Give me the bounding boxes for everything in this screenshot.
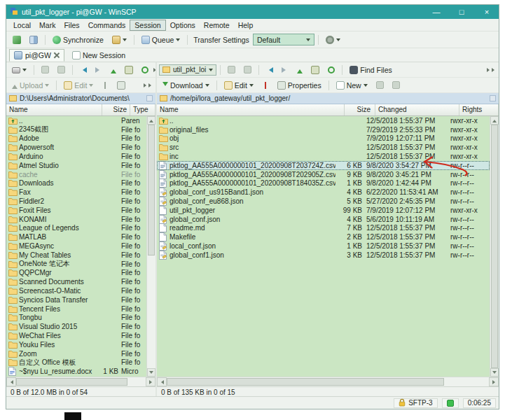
scrollbar-thumb[interactable] — [167, 378, 444, 386]
explorer-view-button[interactable] — [26, 34, 41, 46]
file-row[interactable]: Makefile2 KB12/5/2018 1:55:37 PMrw-r--r-… — [157, 232, 490, 241]
local-back-button[interactable] — [76, 66, 90, 74]
minimize-button[interactable]: — — [431, 7, 442, 17]
scroll-left-arrow-icon[interactable] — [6, 377, 16, 386]
remote-path-bar[interactable]: /home/pi/lora_gateway/util_pkt_logger/ — [157, 93, 499, 104]
remote-home-button[interactable] — [307, 64, 323, 76]
title-bar[interactable]: util_pkt_logger - pi@GW - WinSCP — □ × — [6, 5, 499, 19]
column-header-rights[interactable]: Rights — [459, 104, 499, 115]
scroll-down-arrow-icon[interactable] — [147, 368, 155, 377]
file-row[interactable]: MATLABFile fo — [6, 232, 146, 241]
file-row[interactable]: ApowersoftFile fo — [6, 143, 146, 152]
menu-item-remote[interactable]: Remote — [200, 20, 234, 30]
upload-button[interactable]: Upload — [8, 80, 53, 91]
overflow-chevron-icon[interactable] — [144, 83, 153, 88]
file-row[interactable]: Atmel StudioFile fo — [6, 161, 146, 170]
queue-button[interactable]: Queue — [138, 34, 184, 46]
file-row[interactable]: ArduinoFile fo — [6, 152, 146, 161]
file-row[interactable]: local_conf.json1 KB12/5/2018 1:55:37 PMr… — [157, 241, 490, 251]
file-row[interactable]: ..12/5/2018 1:55:37 PMrwxr-xr-x — [157, 116, 490, 125]
file-row[interactable]: obj7/9/2019 12:07:11 PMrwxr-xr-x — [157, 134, 490, 144]
file-row[interactable]: FaxFile fo — [6, 188, 146, 197]
close-button[interactable]: × — [481, 7, 492, 17]
scroll-left-arrow-icon[interactable] — [157, 377, 167, 386]
remote-directory-select[interactable]: util_pkt_loi — [159, 64, 216, 76]
column-header-name[interactable]: Name — [157, 104, 345, 115]
menu-item-session[interactable]: Session — [130, 20, 165, 31]
scrollbar-thumb[interactable] — [491, 125, 498, 368]
file-row[interactable]: DownloadsFile fo — [6, 179, 146, 188]
file-row[interactable]: Screencast-O-MaticFile fo — [6, 286, 146, 295]
menu-item-files[interactable]: Files — [60, 20, 83, 30]
local-vertical-scrollbar[interactable] — [146, 116, 155, 377]
file-row[interactable]: League of LegendsFile fo — [6, 224, 146, 233]
connection-status[interactable] — [442, 398, 459, 408]
remote-bookmark-button[interactable] — [224, 64, 239, 75]
local-horizontal-scrollbar[interactable] — [6, 377, 155, 386]
local-home-button[interactable] — [121, 64, 137, 76]
file-row[interactable]: global_conf.json4 KB5/6/2019 10:11:19 AM… — [157, 215, 490, 224]
scrollbar-thumb[interactable] — [16, 378, 127, 386]
file-row[interactable]: MEGAsyncFile fo — [6, 241, 146, 251]
file-row[interactable]: Visual Studio 2015File fo — [6, 322, 146, 331]
synchronize-browsing-button[interactable] — [109, 34, 130, 46]
file-row[interactable]: WeChat FilesFile fo — [6, 331, 146, 340]
scroll-up-arrow-icon[interactable] — [147, 116, 155, 125]
column-header-size[interactable]: Size — [345, 104, 375, 115]
local-refresh-button[interactable] — [138, 65, 152, 75]
scrollbar-thumb[interactable] — [148, 125, 155, 255]
remote-refresh-button[interactable] — [324, 65, 338, 75]
file-row[interactable]: cacheFile fo — [6, 170, 146, 179]
file-row[interactable]: OneNote 笔记本File fo — [6, 260, 146, 269]
file-row[interactable]: Tencent FilesFile fo — [6, 304, 146, 314]
encryption-status[interactable]: SFTP-3 — [394, 398, 437, 408]
checkmark-button[interactable] — [389, 80, 403, 90]
column-header-size[interactable]: Size — [102, 104, 130, 115]
remote-delete-button[interactable] — [258, 80, 272, 90]
remote-forward-button[interactable] — [278, 66, 292, 74]
menu-item-commands[interactable]: Commands — [84, 20, 130, 30]
menu-item-options[interactable]: Options — [166, 20, 200, 30]
column-header-name[interactable]: Name — [6, 104, 102, 115]
file-row[interactable]: ..Paren — [6, 116, 146, 125]
path-options-icon[interactable] — [490, 95, 496, 102]
remote-parent-dir-button[interactable] — [293, 65, 306, 75]
find-files-button[interactable]: Find Files — [346, 64, 396, 76]
file-row[interactable]: Youku FilesFile fo — [6, 340, 146, 349]
file-row[interactable]: inc12/5/2018 1:55:37 PMrwxr-xr-x — [157, 152, 490, 161]
file-row[interactable]: AdobeFile fo — [6, 134, 146, 144]
file-row[interactable]: global_conf1.json3 KB12/5/2018 1:55:37 P… — [157, 251, 490, 260]
local-forward-button[interactable] — [92, 66, 106, 74]
file-row[interactable]: My Cheat TablesFile fo — [6, 251, 146, 260]
file-row[interactable]: QQPCMgrFile fo — [6, 269, 146, 278]
remote-vertical-scrollbar[interactable] — [490, 116, 499, 377]
commander-view-button[interactable] — [9, 34, 25, 46]
file-row[interactable]: util_pkt_logger99 KB7/9/2019 12:07:12 PM… — [157, 206, 490, 215]
remote-horizontal-scrollbar[interactable] — [157, 377, 499, 386]
local-path-bar[interactable]: D:\Users\Administrator\Documents\ — [6, 93, 155, 104]
new-session-button[interactable]: New Session — [69, 50, 129, 61]
file-row[interactable]: Syncios Data TransferFile fo — [6, 295, 146, 304]
file-row[interactable]: 自定义 Office 模板File fo — [6, 358, 146, 368]
file-row[interactable]: src12/5/2018 1:55:37 PMrwxr-xr-x — [157, 143, 490, 152]
scroll-right-arrow-icon[interactable] — [489, 377, 499, 386]
synchronize-button[interactable]: Synchronize — [49, 34, 107, 46]
close-tab-icon[interactable] — [54, 52, 60, 58]
scroll-down-arrow-icon[interactable] — [490, 368, 499, 377]
column-header-changed[interactable]: Changed — [375, 104, 459, 115]
file-row[interactable]: global_conf_eu868.json5 KB5/27/2020 2:45… — [157, 197, 490, 206]
path-options-icon[interactable] — [146, 95, 153, 102]
transfer-profile-select[interactable]: Default — [253, 34, 314, 46]
local-edit-button[interactable]: Edit — [60, 80, 97, 91]
scroll-up-arrow-icon[interactable] — [490, 116, 499, 125]
file-row[interactable]: readme.md7 KB12/5/2018 1:55:37 PMrw-r--r… — [157, 224, 490, 233]
file-row[interactable]: KONAMIFile fo — [6, 215, 146, 224]
file-row[interactable]: 2345截图File fo — [6, 125, 146, 134]
menu-item-local[interactable]: Local — [9, 20, 35, 30]
session-tab-pi-gw[interactable]: pi@GW — [9, 49, 64, 62]
download-button[interactable]: Download — [159, 80, 213, 91]
scroll-right-arrow-icon[interactable] — [146, 377, 155, 386]
file-row[interactable]: global_conf_us915Band1.json4 KB6/22/2020… — [157, 188, 490, 197]
remote-edit-button[interactable]: Edit — [221, 80, 257, 91]
local-parent-dir-button[interactable] — [107, 65, 120, 75]
